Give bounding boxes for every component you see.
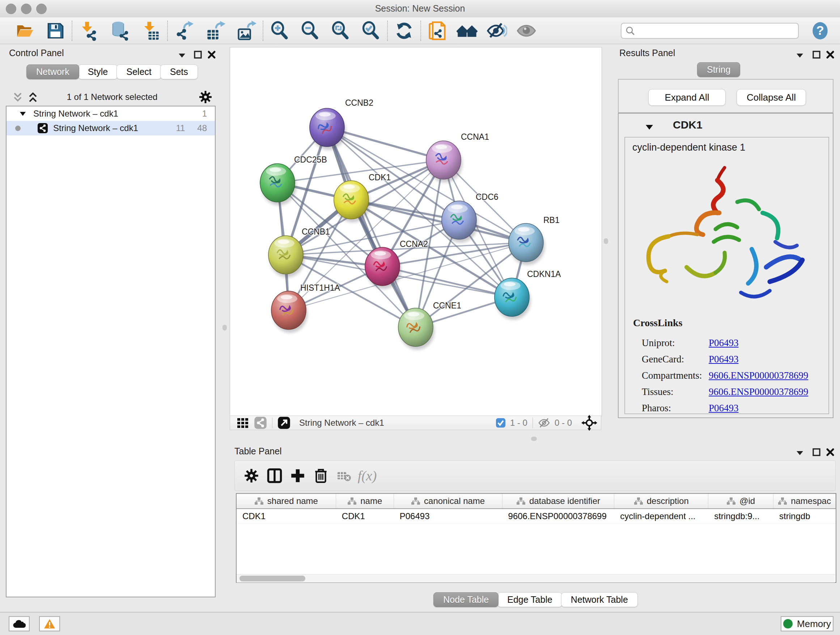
collapse-all-tree-icon[interactable] (11, 91, 24, 103)
zoom-out-button[interactable] (300, 20, 321, 41)
show-graphics-details-button[interactable] (516, 20, 537, 41)
expand-all-button[interactable]: Expand All (648, 89, 726, 106)
results-button-box: Expand All Collapse All (618, 79, 834, 113)
delete-column-button[interactable] (309, 465, 332, 486)
right-splitter-handle[interactable] (604, 238, 608, 244)
table-horizontal-scrollbar[interactable] (237, 574, 835, 583)
results-tab-string[interactable]: String (698, 62, 740, 77)
crosslink-value-link[interactable]: 9606.ENSP00000378699 (709, 386, 808, 397)
table-cell[interactable]: cyclin-dependent ... (614, 509, 708, 524)
hide-glass-effects-button[interactable] (486, 20, 507, 41)
tab-network[interactable]: Network (27, 65, 79, 79)
column-header-database-identifier[interactable]: database identifier (502, 494, 615, 508)
delete-table-button[interactable] (332, 465, 355, 486)
left-splitter-handle[interactable] (223, 325, 227, 331)
open-session-button[interactable] (14, 20, 35, 41)
table-cell[interactable]: stringdb (774, 509, 836, 524)
network-node-cdc6[interactable]: CDC6 (442, 192, 499, 242)
scrollbar-thumb[interactable] (240, 576, 305, 581)
collapse-all-button[interactable]: Collapse All (737, 89, 806, 106)
window-title: Session: New Session (0, 3, 840, 14)
crosslink-value-link[interactable]: P06493 (709, 337, 739, 348)
column-header-namespac[interactable]: namespac (774, 494, 836, 508)
network-node-cdkn1a[interactable]: CDKN1A (494, 269, 561, 320)
table-cell[interactable]: CDK1 (336, 509, 394, 524)
launch-view-icon[interactable] (278, 416, 291, 429)
node-label: CCNA2 (400, 239, 428, 249)
column-header-description[interactable]: description (614, 494, 708, 508)
birds-eye-share-icon[interactable] (254, 416, 267, 429)
network-node-rb1[interactable]: RB1 (508, 215, 560, 265)
crosslink-value-link[interactable]: P06493 (709, 402, 739, 414)
table-float-panel-icon[interactable] (811, 447, 822, 458)
add-column-button[interactable] (286, 465, 309, 486)
results-float-panel-icon[interactable] (811, 49, 822, 60)
column-header-shared-name[interactable]: shared name (237, 494, 336, 508)
network-edge[interactable] (382, 266, 512, 297)
tab-select[interactable]: Select (117, 65, 161, 79)
table-cell[interactable]: CDK1 (237, 509, 336, 524)
import-network-from-database-button[interactable] (109, 20, 130, 41)
memory-button[interactable]: Memory (781, 616, 834, 631)
table-cell[interactable]: stringdb:9... (708, 509, 774, 524)
network-edge[interactable] (327, 127, 416, 327)
panel-menu-icon[interactable] (177, 50, 187, 61)
show-columns-button[interactable] (263, 465, 286, 486)
crosslink-value-link[interactable]: P06493 (709, 354, 739, 365)
network-node-ccnb2[interactable]: CCNB2 (309, 98, 373, 150)
grid-view-icon[interactable] (237, 417, 249, 429)
zoom-selected-button[interactable] (360, 20, 381, 41)
close-panel-icon[interactable] (206, 49, 217, 60)
network-node-cdc25b[interactable]: CDC25B (260, 155, 327, 205)
cloud-status-button[interactable] (9, 616, 30, 631)
float-panel-icon[interactable] (193, 49, 203, 60)
table-tab-network-table[interactable]: Network Table (561, 592, 638, 607)
save-session-button[interactable] (45, 20, 66, 41)
refresh-button[interactable] (393, 20, 415, 41)
column-header--id[interactable]: @id (708, 494, 774, 508)
network-canvas[interactable]: CCNB2CCNA1CDC25BCDK1CDC6RB1CCNB1CCNA2CDK… (230, 47, 602, 416)
tab-style[interactable]: Style (78, 65, 118, 79)
column-header-canonical-name[interactable]: canonical name (394, 494, 502, 508)
table-tab-edge-table[interactable]: Edge Table (497, 592, 562, 607)
network-collection-row[interactable]: String Network – cdk1 1 (6, 106, 215, 121)
warnings-button[interactable] (39, 616, 60, 631)
table-settings-button[interactable] (240, 465, 263, 486)
bottom-splitter-handle[interactable] (531, 437, 537, 441)
table-cell[interactable]: 9606.ENSP00000378699 (502, 509, 615, 524)
network-node-hist1h1a[interactable]: HIST1H1A (271, 283, 340, 333)
network-node-ccna1[interactable]: CCNA1 (426, 132, 489, 182)
gear-icon[interactable] (198, 90, 213, 104)
zoom-in-button[interactable] (269, 20, 290, 41)
search-input[interactable] (635, 24, 794, 38)
table-row[interactable]: CDK1CDK1P064939606.ENSP00000378699cyclin… (237, 509, 836, 524)
table-cell[interactable]: P06493 (394, 509, 502, 524)
crosslink-label: Compartments: (642, 370, 709, 381)
import-table-button[interactable] (141, 20, 161, 41)
table-close-panel-icon[interactable] (825, 447, 836, 458)
export-table-button[interactable] (205, 20, 226, 41)
collection-expand-icon[interactable] (19, 110, 27, 118)
export-image-button[interactable] (236, 20, 257, 41)
export-network-button[interactable] (174, 20, 195, 41)
selected-checkbox-icon[interactable] (496, 418, 506, 428)
zoom-fit-button[interactable] (330, 20, 351, 41)
function-builder-button[interactable]: f(x) (355, 465, 379, 486)
network-row-selected[interactable]: String Network – cdk1 11 48 (6, 121, 215, 135)
results-panel-menu-icon[interactable] (794, 50, 805, 61)
tab-sets[interactable]: Sets (160, 65, 198, 79)
entry-collapse-icon[interactable] (645, 122, 654, 132)
expand-all-tree-icon[interactable] (27, 91, 39, 103)
string-import-button[interactable] (427, 20, 448, 41)
string-homology-button[interactable] (456, 20, 477, 41)
results-close-panel-icon[interactable] (825, 49, 836, 60)
node-label: CCNE1 (433, 301, 461, 310)
export-table-icon (205, 21, 225, 41)
crosslink-value-link[interactable]: 9606.ENSP00000378699 (709, 370, 808, 381)
table-panel-menu-icon[interactable] (794, 448, 805, 458)
help-button[interactable]: ? (810, 20, 831, 41)
table-tab-node-table[interactable]: Node Table (433, 592, 499, 607)
fit-selected-crosshair-icon[interactable] (581, 415, 597, 431)
import-network-from-file-button[interactable] (78, 20, 99, 41)
column-header-name[interactable]: name (336, 494, 394, 508)
